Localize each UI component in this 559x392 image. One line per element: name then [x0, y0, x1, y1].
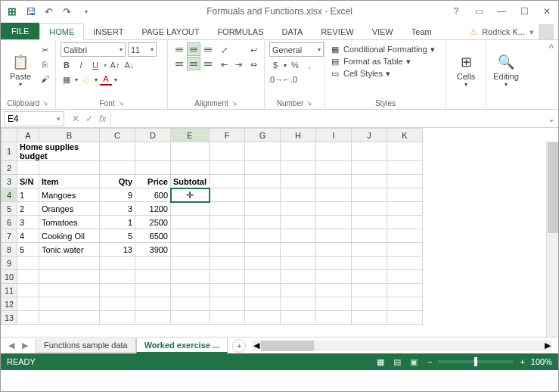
sheet-tab[interactable]: Functions sample data [36, 338, 136, 353]
cell[interactable]: Item [39, 175, 100, 188]
vertical-scrollbar[interactable] [546, 142, 558, 337]
cell[interactable]: Subtotal [171, 175, 210, 188]
normal-view-icon[interactable]: ▦ [373, 356, 388, 368]
row-header[interactable]: 3 [2, 175, 17, 188]
row-header[interactable]: 12 [2, 297, 17, 311]
font-launcher-icon[interactable]: ↘ [118, 99, 124, 107]
sheet-nav-prev-icon[interactable]: ◀ [8, 341, 14, 350]
align-bottom-center[interactable] [187, 57, 200, 70]
undo-icon[interactable]: ↶ [40, 3, 57, 20]
tab-file[interactable]: FILE [1, 23, 39, 39]
spreadsheet-grid[interactable]: A B C D E F G H I J K 1Home supplies bud… [1, 128, 558, 337]
merge-center-icon[interactable]: ⇔ [247, 58, 259, 70]
user-name[interactable]: Rodrick K... [482, 27, 525, 36]
number-format-select[interactable]: General [269, 42, 324, 57]
copy-icon[interactable]: ⎘ [39, 58, 51, 70]
page-layout-view-icon[interactable]: ▤ [390, 356, 405, 368]
horizontal-scrollbar[interactable]: ◀▶ [252, 341, 552, 351]
select-all-corner[interactable] [2, 129, 17, 142]
cells-button[interactable]: ⊞ Cells ▾ [451, 42, 481, 98]
tab-review[interactable]: REVIEW [312, 24, 362, 39]
row-header[interactable]: 6 [2, 216, 17, 229]
row-header[interactable]: 4 [2, 188, 17, 202]
wrap-text-icon[interactable]: ↩ [247, 44, 259, 56]
cancel-formula-icon[interactable]: ✕ [72, 114, 79, 124]
minimize-icon[interactable]: — [490, 1, 513, 22]
avatar[interactable] [539, 24, 554, 39]
row-header[interactable]: 11 [2, 284, 17, 297]
col-header[interactable]: G [245, 129, 281, 142]
zoom-slider[interactable] [438, 360, 514, 363]
italic-button[interactable]: I [75, 59, 87, 71]
insert-function-icon[interactable]: fx [99, 114, 106, 124]
page-break-view-icon[interactable]: ▣ [406, 356, 421, 368]
bold-button[interactable]: B [61, 59, 73, 71]
increase-indent-icon[interactable]: ⇥ [232, 58, 244, 70]
zoom-out-icon[interactable]: − [427, 357, 432, 366]
decrease-indent-icon[interactable]: ⇤ [218, 58, 230, 70]
col-header[interactable]: H [281, 129, 316, 142]
maximize-icon[interactable]: ☐ [513, 1, 536, 22]
zoom-level[interactable]: 100% [531, 357, 552, 366]
save-icon[interactable]: 🖫 [22, 3, 39, 20]
sheet-tab-active[interactable]: Worked exercise ... [136, 338, 228, 353]
help-icon[interactable]: ? [445, 1, 467, 22]
close-icon[interactable]: ✕ [536, 1, 558, 22]
col-header[interactable]: J [352, 129, 387, 142]
col-header[interactable]: I [316, 129, 352, 142]
zoom-in-icon[interactable]: + [520, 357, 524, 366]
collapse-ribbon-icon[interactable]: ^ [544, 40, 558, 109]
number-launcher-icon[interactable]: ↘ [306, 99, 312, 107]
accounting-format-icon[interactable]: $ [269, 59, 281, 71]
underline-button[interactable]: U [89, 59, 101, 71]
tab-formulas[interactable]: FORMULAS [208, 24, 272, 39]
comma-format-icon[interactable]: , [303, 59, 315, 71]
fill-color-icon[interactable]: ◇ [80, 73, 92, 86]
tab-team[interactable]: Team [402, 24, 441, 39]
cell[interactable]: S/N [17, 175, 39, 188]
formula-input[interactable] [110, 111, 545, 126]
row-header[interactable]: 8 [2, 243, 17, 257]
font-size-select[interactable]: 11 [128, 42, 157, 57]
col-header[interactable]: A [17, 129, 39, 142]
align-top-center[interactable] [187, 42, 200, 56]
tab-home[interactable]: HOME [39, 23, 84, 40]
clipboard-launcher-icon[interactable]: ↘ [42, 99, 48, 107]
format-painter-icon[interactable]: 🖌 [39, 73, 51, 85]
col-header[interactable]: D [135, 129, 171, 142]
tab-page-layout[interactable]: PAGE LAYOUT [132, 24, 208, 39]
name-box[interactable]: E4▾ [4, 111, 64, 126]
row-header[interactable]: 1 [2, 142, 17, 161]
alignment-launcher-icon[interactable]: ↘ [231, 99, 238, 107]
cell[interactable]: Mangoes [39, 188, 100, 202]
redo-icon[interactable]: ↷ [58, 3, 75, 20]
cut-icon[interactable]: ✂ [39, 44, 51, 56]
increase-font-icon[interactable]: A↑ [109, 59, 121, 71]
sheet-nav-next-icon[interactable]: ▶ [22, 341, 28, 350]
row-header[interactable]: 5 [2, 202, 17, 216]
cell[interactable]: 600 [135, 188, 171, 202]
align-bottom-right[interactable] [201, 57, 215, 70]
align-bottom-left[interactable] [172, 57, 186, 70]
cell[interactable]: 9 [100, 188, 135, 202]
active-cell[interactable]: ✛ [171, 188, 210, 202]
cell[interactable]: Price [135, 175, 171, 188]
font-color-icon[interactable]: A [100, 73, 112, 86]
row-header[interactable]: 13 [2, 311, 17, 325]
qat-customize-icon[interactable] [76, 3, 93, 20]
cell-styles-button[interactable]: ▭Cell Styles ▾ [330, 68, 435, 79]
row-header[interactable]: 2 [2, 161, 17, 175]
paste-button[interactable]: 📋 Paste ▾ [5, 42, 36, 98]
align-top-left[interactable] [172, 42, 186, 56]
border-icon[interactable]: ▦ [61, 73, 73, 86]
percent-format-icon[interactable]: % [289, 59, 301, 71]
ribbon-options-icon[interactable]: ▭ [467, 1, 490, 22]
enter-formula-icon[interactable]: ✓ [85, 114, 93, 124]
increase-decimal-icon[interactable]: .0→ [269, 73, 281, 86]
editing-button[interactable]: 🔍 Editing ▾ [491, 42, 521, 98]
cell[interactable]: Home supplies budget [17, 142, 100, 161]
orientation-icon[interactable]: ⤢ [218, 44, 230, 56]
row-header[interactable]: 7 [2, 229, 17, 243]
col-header[interactable]: K [387, 129, 423, 142]
decrease-decimal-icon[interactable]: ←.0 [284, 73, 296, 86]
